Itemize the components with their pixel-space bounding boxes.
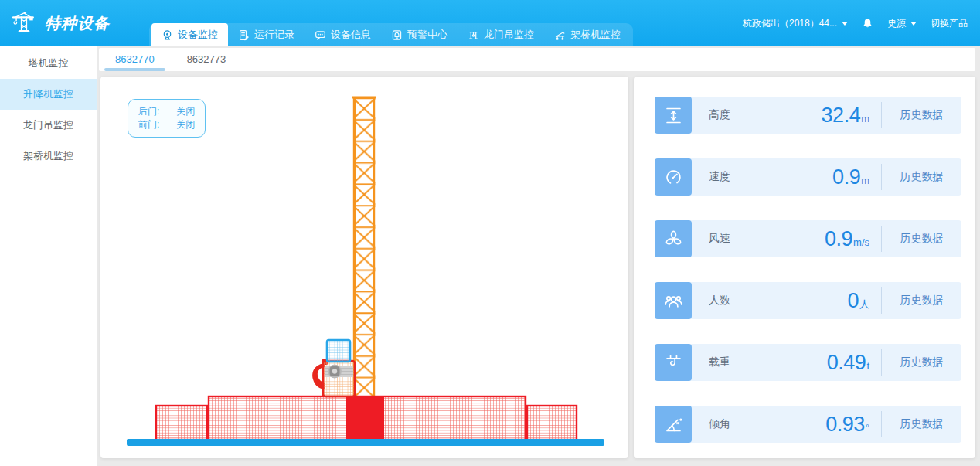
sidebar-item-hoist[interactable]: 升降机监控 bbox=[0, 79, 97, 110]
metric-label: 风速 bbox=[709, 232, 730, 246]
history-data-link[interactable]: 历史数据 bbox=[882, 232, 961, 246]
speedometer-icon bbox=[655, 158, 692, 196]
user-name: 史源 bbox=[887, 17, 906, 30]
metric-row-speed: 速度 0.9m 历史数据 bbox=[655, 158, 961, 196]
cage-cab bbox=[327, 340, 350, 362]
tilt-angle-icon bbox=[655, 406, 692, 443]
main-content: 8632770 8632773 后门: 关闭 前门: 关闭 bbox=[97, 46, 980, 466]
height-icon bbox=[655, 97, 692, 134]
metric-row-height: 高度 32.4m 历史数据 bbox=[655, 97, 961, 134]
device-info-icon bbox=[315, 29, 326, 41]
hoist-visual-panel: 后门: 关闭 前门: 关闭 bbox=[100, 77, 628, 458]
tab-device-monitor[interactable]: 设备监控 bbox=[151, 23, 228, 46]
device-tab-8632773[interactable]: 8632773 bbox=[171, 48, 243, 71]
tower-crane-logo-icon bbox=[10, 9, 38, 37]
tab-run-records[interactable]: 运行记录 bbox=[228, 23, 305, 46]
chevron-down-icon bbox=[910, 22, 917, 29]
chevron-down-icon bbox=[842, 22, 848, 29]
alert-center-icon bbox=[391, 29, 403, 41]
metric-row-load: 载重 0.49t 历史数据 bbox=[655, 344, 961, 381]
rear-door-value: 关闭 bbox=[176, 105, 195, 118]
metric-value: 0.9m bbox=[832, 165, 869, 189]
metric-label: 人数 bbox=[709, 294, 730, 308]
sidebar-item-bridge-machine[interactable]: 架桥机监控 bbox=[0, 141, 97, 172]
load-hook-icon bbox=[655, 344, 692, 381]
metrics-panel: 高度 32.4m 历史数据 速度 0.9m 历史数据 bbox=[634, 77, 975, 458]
front-door-label: 前门: bbox=[138, 118, 159, 131]
bridge-machine-icon bbox=[554, 29, 566, 41]
project-name: 杭政储出（2018）44... bbox=[743, 17, 837, 30]
main-nav: 设备监控 运行记录 设备信息 预警中心 bbox=[149, 23, 633, 46]
sidebar-item-tower-crane[interactable]: 塔机监控 bbox=[0, 48, 97, 79]
metric-value: 32.4m bbox=[822, 104, 869, 128]
tab-label: 龙门吊监控 bbox=[484, 28, 534, 42]
history-data-link[interactable]: 历史数据 bbox=[882, 108, 961, 122]
rear-door-label: 后门: bbox=[138, 105, 159, 118]
metric-row-wind: 风速 0.9m/s 历史数据 bbox=[655, 220, 961, 257]
run-record-icon bbox=[238, 29, 250, 41]
metric-row-people: 人数 0人 历史数据 bbox=[655, 282, 961, 319]
switch-product-button[interactable]: 切换产品 bbox=[931, 17, 968, 30]
header-right: 杭政储出（2018）44... 史源 切换产品 bbox=[743, 0, 980, 46]
metric-value: 0.9m/s bbox=[825, 227, 869, 251]
device-tab-strip: 8632770 8632773 bbox=[99, 48, 975, 71]
tab-label: 运行记录 bbox=[254, 28, 294, 42]
metric-label: 高度 bbox=[709, 108, 730, 122]
door-status-panel: 后门: 关闭 前门: 关闭 bbox=[128, 99, 206, 138]
metric-value: 0人 bbox=[847, 289, 869, 313]
history-data-link[interactable]: 历史数据 bbox=[882, 355, 961, 369]
people-count-icon bbox=[655, 282, 692, 319]
tab-gantry-crane-monitor[interactable]: 龙门吊监控 bbox=[458, 23, 544, 46]
metric-value: 0.49t bbox=[827, 351, 869, 375]
wind-fan-icon bbox=[655, 220, 692, 257]
metric-label: 载重 bbox=[709, 355, 730, 369]
user-menu[interactable]: 史源 bbox=[887, 17, 917, 30]
metric-row-angle: 倾角 0.93° 历史数据 bbox=[655, 406, 961, 443]
hoist-mast bbox=[352, 97, 376, 397]
ground-line bbox=[127, 439, 604, 446]
app-logo: 特种设备 bbox=[0, 0, 149, 46]
metric-label: 倾角 bbox=[709, 417, 730, 431]
history-data-link[interactable]: 历史数据 bbox=[882, 170, 961, 184]
app-title: 特种设备 bbox=[45, 13, 110, 34]
panels: 后门: 关闭 前门: 关闭 bbox=[100, 77, 975, 458]
tab-bridge-machine-monitor[interactable]: 架桥机监控 bbox=[544, 23, 631, 46]
hoist-cage bbox=[312, 340, 355, 396]
project-selector[interactable]: 杭政储出（2018）44... bbox=[743, 17, 848, 30]
tab-label: 架桥机监控 bbox=[570, 28, 621, 42]
metric-value: 0.93° bbox=[825, 413, 869, 437]
tab-label: 设备信息 bbox=[331, 28, 371, 42]
camera-monitor-icon bbox=[162, 29, 173, 41]
metric-label: 速度 bbox=[709, 170, 730, 184]
device-tab-8632770[interactable]: 8632770 bbox=[99, 48, 171, 71]
notification-bell-icon bbox=[862, 17, 873, 29]
sidebar: 塔机监控 升降机监控 龙门吊监控 架桥机监控 bbox=[0, 46, 97, 466]
sidebar-item-gantry-crane[interactable]: 龙门吊监控 bbox=[0, 110, 97, 141]
notification-bell-button[interactable] bbox=[862, 17, 873, 29]
mast-base-block bbox=[346, 396, 384, 440]
gantry-crane-icon bbox=[468, 29, 479, 41]
tab-alert-center[interactable]: 预警中心 bbox=[381, 23, 458, 46]
history-data-link[interactable]: 历史数据 bbox=[882, 294, 961, 308]
top-bar: 特种设备 设备监控 运行记录 设备信息 bbox=[0, 0, 980, 46]
history-data-link[interactable]: 历史数据 bbox=[882, 417, 961, 431]
tab-label: 预警中心 bbox=[407, 28, 447, 42]
tab-device-info[interactable]: 设备信息 bbox=[305, 23, 381, 46]
front-door-value: 关闭 bbox=[176, 118, 195, 131]
tab-label: 设备监控 bbox=[178, 28, 218, 42]
